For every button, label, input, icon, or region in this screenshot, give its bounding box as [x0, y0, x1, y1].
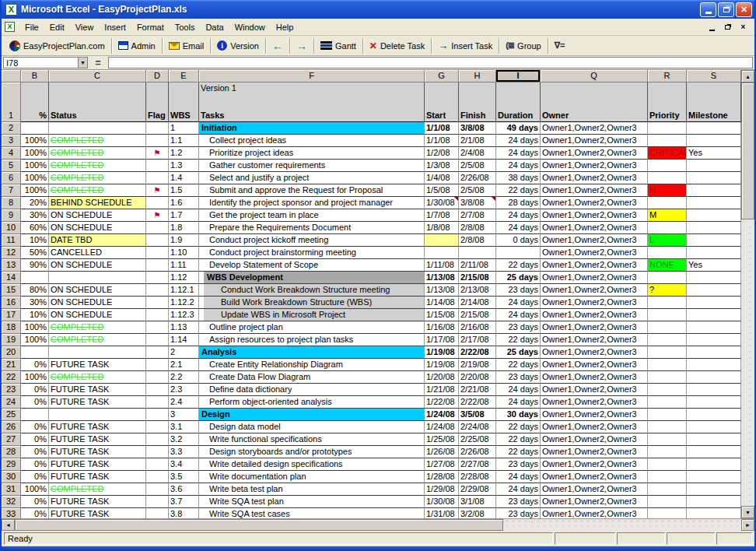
- cell-duration[interactable]: 30 days: [496, 409, 541, 421]
- cell-percent[interactable]: 0%: [21, 508, 49, 518]
- cell-finish[interactable]: 2/28/08: [459, 471, 496, 483]
- cell-task[interactable]: Write beta test plan: [199, 483, 425, 496]
- cell-task[interactable]: WBS Development: [199, 272, 425, 284]
- cell-flag[interactable]: [146, 297, 169, 309]
- cell-duration[interactable]: 22 days: [496, 259, 541, 272]
- cell-percent[interactable]: 0%: [21, 433, 49, 446]
- cell-milestone[interactable]: [687, 483, 741, 496]
- cell-task[interactable]: Conduct Work Breakdown Structure meeting: [199, 284, 425, 297]
- cell-start[interactable]: 1/19/08: [425, 346, 459, 359]
- cell-task[interactable]: Assign resources to project plan tasks: [199, 334, 425, 346]
- cell-owner[interactable]: Owner1,Owner2,Owner3: [541, 309, 648, 321]
- cell-status[interactable]: FUTURE TASK: [49, 496, 146, 508]
- cell-milestone[interactable]: [687, 172, 741, 184]
- cell-task[interactable]: Identify the project sponsor and project…: [199, 197, 425, 209]
- cell-status[interactable]: COMPLETED: [49, 321, 146, 334]
- cell-task[interactable]: Create Data Flow Diagram: [199, 371, 425, 384]
- cell-wbs[interactable]: 3.5: [169, 471, 199, 483]
- cell-finish[interactable]: [459, 247, 496, 259]
- cell-task[interactable]: Get the project team in place: [199, 209, 425, 222]
- cell-start[interactable]: 1/28/08: [425, 471, 459, 483]
- cell-milestone[interactable]: [687, 234, 741, 247]
- cell-owner[interactable]: Owner1,Owner2,Owner3: [541, 184, 648, 197]
- cell-owner[interactable]: Owner1,Owner2,Owner3: [541, 384, 648, 396]
- cell-wbs[interactable]: 3.2: [169, 433, 199, 446]
- cell-percent[interactable]: 100%: [21, 172, 49, 184]
- cell-flag[interactable]: [146, 259, 169, 272]
- cell-flag[interactable]: [146, 409, 169, 421]
- cell-status[interactable]: ON SCHEDULE: [49, 209, 146, 222]
- name-box[interactable]: I78: [3, 57, 78, 68]
- cell-priority[interactable]: L: [648, 234, 687, 247]
- header-owner[interactable]: Owner: [541, 82, 648, 122]
- cell-flag[interactable]: [146, 496, 169, 508]
- cell-flag[interactable]: [146, 197, 169, 209]
- cell-flag[interactable]: [146, 458, 169, 471]
- cell-percent[interactable]: 100%: [21, 147, 49, 160]
- row-header[interactable]: 5: [2, 160, 21, 172]
- cell-start[interactable]: [425, 247, 459, 259]
- cell-duration[interactable]: 23 days: [496, 496, 541, 508]
- cell-duration[interactable]: 22 days: [496, 433, 541, 446]
- cell-priority[interactable]: [648, 471, 687, 483]
- cell-status[interactable]: ON SCHEDULE: [49, 297, 146, 309]
- cell-task[interactable]: Analysis: [199, 346, 425, 359]
- cell-status[interactable]: COMPLETED: [49, 147, 146, 160]
- cell-start[interactable]: 1/1/08: [425, 122, 459, 135]
- cell-duration[interactable]: 24 days: [496, 483, 541, 496]
- cell-percent[interactable]: 30%: [21, 209, 49, 222]
- menu-edit[interactable]: Edit: [44, 20, 70, 34]
- cell-wbs[interactable]: 1.13: [169, 321, 199, 334]
- cell-duration[interactable]: 24 days: [496, 147, 541, 160]
- cell-finish[interactable]: 2/29/08: [459, 483, 496, 496]
- cell-wbs[interactable]: 1.3: [169, 160, 199, 172]
- cell-owner[interactable]: Owner1,Owner2,Owner3: [541, 446, 648, 458]
- cell-percent[interactable]: 100%: [21, 483, 49, 496]
- menu-tools[interactable]: Tools: [170, 20, 201, 34]
- cell-status[interactable]: BEHIND SCHEDULE: [49, 197, 146, 209]
- cell-task[interactable]: Prioritize project ideas: [199, 147, 425, 160]
- cell-priority[interactable]: [648, 508, 687, 518]
- cell-priority[interactable]: [648, 321, 687, 334]
- cell-finish[interactable]: 2/21/08: [459, 384, 496, 396]
- name-box-dropdown-button[interactable]: ▼: [78, 57, 88, 68]
- cell-task[interactable]: Outline project plan: [199, 321, 425, 334]
- cell-start[interactable]: 1/26/08: [425, 446, 459, 458]
- cell-start[interactable]: 1/8/08: [425, 222, 459, 234]
- menu-insert[interactable]: Insert: [99, 20, 131, 34]
- cell-status[interactable]: FUTURE TASK: [49, 446, 146, 458]
- cell-wbs[interactable]: 3.3: [169, 446, 199, 458]
- cell-wbs[interactable]: 1.2: [169, 147, 199, 160]
- cell-start[interactable]: 1/17/08: [425, 334, 459, 346]
- cell-priority[interactable]: [648, 197, 687, 209]
- cell-duration[interactable]: 24 days: [496, 297, 541, 309]
- cell-owner[interactable]: Owner1,Owner2,Owner3: [541, 297, 648, 309]
- cell-task[interactable]: Write SQA test plan: [199, 496, 425, 508]
- cell-status[interactable]: COMPLETED: [49, 172, 146, 184]
- cell-finish[interactable]: 2/27/08: [459, 458, 496, 471]
- cell-duration[interactable]: 24 days: [496, 209, 541, 222]
- formula-input[interactable]: [108, 57, 753, 68]
- cell-flag[interactable]: [146, 371, 169, 384]
- column-header-q[interactable]: Q: [541, 70, 648, 82]
- back-button[interactable]: ←: [268, 37, 288, 54]
- cell-flag[interactable]: [146, 272, 169, 284]
- horizontal-scroll-track[interactable]: [503, 519, 741, 531]
- cell-status[interactable]: COMPLETED: [49, 371, 146, 384]
- cell-wbs[interactable]: 3.8: [169, 508, 199, 518]
- workbook-close-button[interactable]: ×: [737, 22, 750, 33]
- cell-finish[interactable]: 3/1/08: [459, 496, 496, 508]
- cell-task[interactable]: Gather customer requirements: [199, 160, 425, 172]
- cell-percent[interactable]: 0%: [21, 471, 49, 483]
- cell-duration[interactable]: 22 days: [496, 421, 541, 433]
- cell-priority[interactable]: [648, 384, 687, 396]
- cell-task[interactable]: Define data dictionary: [199, 384, 425, 396]
- cell-status[interactable]: COMPLETED: [49, 135, 146, 147]
- cell-percent[interactable]: 0%: [21, 446, 49, 458]
- cell-start[interactable]: 1/19/08: [425, 359, 459, 371]
- cell-milestone[interactable]: [687, 421, 741, 433]
- row-header[interactable]: 17: [2, 309, 21, 321]
- header-priority[interactable]: Priority: [648, 82, 687, 122]
- cell-task[interactable]: Design storyboards and/or prototypes: [199, 446, 425, 458]
- column-header-b[interactable]: B: [21, 70, 49, 82]
